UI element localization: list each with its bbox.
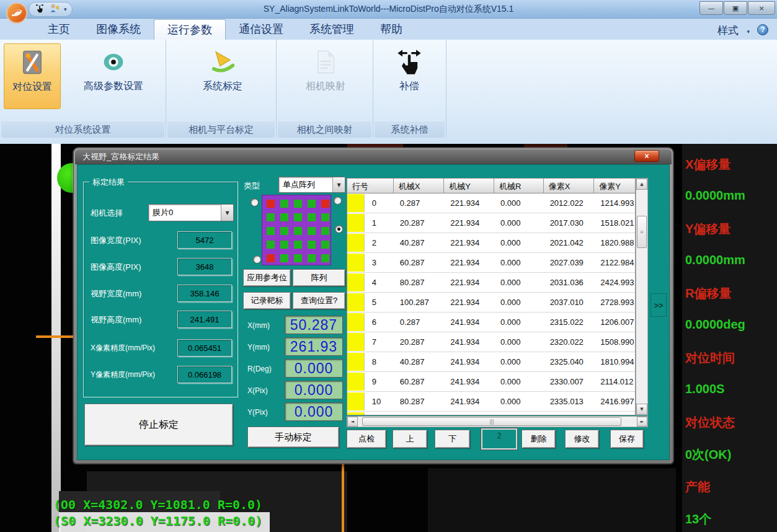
restore-button[interactable]: ▣: [724, 1, 747, 15]
table-row[interactable]: 00.287221.9340.0002012.0221214.993: [347, 193, 635, 213]
help-icon[interactable]: ?: [757, 24, 768, 35]
grid-dot-green: [294, 200, 302, 208]
coord-value-y-mm[interactable]: 261.93: [285, 337, 343, 356]
delete-button[interactable]: 删除: [522, 430, 556, 448]
ribbon: 对位系统设置 相机与平台标定 相机之间映射 系统补偿 对位设置 高级参数设置: [0, 40, 777, 144]
table-row[interactable]: 120.287221.9340.0002017.0301518.021: [347, 213, 635, 233]
table-row[interactable]: 240.287221.9340.0002021.0421820.988: [347, 233, 635, 253]
row-select-marker: [347, 313, 365, 331]
tab-run-parameters[interactable]: 运行参数: [154, 19, 226, 40]
up-button[interactable]: 上: [393, 430, 427, 448]
table-cell: 241.934: [444, 372, 494, 391]
radio-bottom-left[interactable]: [253, 255, 261, 264]
field-label: 图像宽度(PIX): [91, 235, 141, 246]
stop-calibration-button[interactable]: 停止标定: [84, 404, 233, 446]
dialog-close-button[interactable]: ×: [634, 150, 659, 162]
h-scroll-thumb[interactable]: |||: [362, 417, 621, 426]
tools-icon: [19, 49, 46, 76]
scroll-left-icon[interactable]: ◄: [347, 417, 358, 427]
close-button[interactable]: ×: [748, 1, 775, 15]
table-row[interactable]: 960.287241.9340.0002330.0072114.012: [347, 372, 635, 392]
table-header-cell[interactable]: 机械R: [494, 179, 544, 193]
app-logo-icon[interactable]: [5, 1, 29, 25]
tab-comm-settings[interactable]: 通信设置: [226, 19, 296, 40]
radio-top-left[interactable]: [251, 198, 259, 206]
overlay-coordinates-line1: (O0 X=4302.0 Y=1081.0 R=0.0): [53, 497, 262, 512]
scroll-up-icon[interactable]: ▲: [636, 179, 647, 190]
query-position-button[interactable]: 查询位置?: [293, 292, 345, 309]
radio-right-selected[interactable]: [335, 225, 343, 233]
ribbon-button-advanced-params[interactable]: 高级参数设置: [62, 43, 165, 109]
table-header-cell[interactable]: 机械Y: [444, 179, 494, 193]
coord-value-y-pix[interactable]: 0.000: [285, 402, 343, 421]
window-title: SY_AliagnSystemLinkToWorld---MicroDistPr…: [0, 4, 777, 15]
apply-reference-button[interactable]: 应用参考位: [243, 269, 291, 286]
scroll-right-icon[interactable]: ►: [637, 417, 647, 427]
check-button[interactable]: 点检: [347, 430, 386, 448]
tab-image-system[interactable]: 图像系统: [83, 19, 154, 40]
dark-patch: [428, 468, 676, 532]
camera-select-dropdown[interactable]: 膜片0 ▼: [148, 204, 234, 221]
table-cell: 0.000: [494, 193, 544, 213]
coord-value-r-deg[interactable]: 0.000: [285, 359, 343, 378]
coord-value-x-pix[interactable]: 0.000: [285, 381, 343, 399]
array-button[interactable]: 阵列: [293, 269, 345, 286]
down-button[interactable]: 下: [435, 430, 470, 448]
ribbon-button-compensation[interactable]: 补偿: [377, 43, 442, 109]
table-cell: 221.934: [444, 293, 494, 312]
type-value: 单点阵列: [279, 179, 332, 190]
minimize-button[interactable]: —: [699, 1, 723, 15]
expand-button[interactable]: >>: [650, 293, 667, 317]
table-cell: 0.000: [494, 313, 544, 332]
table-cell: 100.287: [394, 412, 445, 415]
table-header-cell[interactable]: 机械X: [394, 179, 445, 193]
table-row[interactable]: 840.287241.9340.0002325.0401810.994: [347, 352, 635, 372]
table-header-cell[interactable]: 像素X: [544, 179, 595, 193]
ribbon-button-align-settings[interactable]: 对位设置: [4, 43, 61, 109]
h-scrollbar[interactable]: ◄ ||| ►: [347, 416, 648, 427]
hand-pan-icon[interactable]: [34, 3, 45, 16]
tab-home[interactable]: 主页: [35, 19, 83, 40]
record-target-button[interactable]: 记录靶标: [243, 292, 291, 309]
dialog-title[interactable]: 大视野_宫格标定结果: [75, 149, 672, 164]
counter-input[interactable]: 2: [481, 428, 517, 450]
table-header-cell[interactable]: 像素Y: [594, 179, 635, 193]
radio-top-right[interactable]: [334, 197, 342, 205]
table-row[interactable]: 5100.287221.9340.0002037.0102728.993: [347, 293, 635, 313]
grid-dot-green: [294, 213, 302, 221]
coord-value-x-mm[interactable]: 50.287: [285, 316, 343, 334]
type-dropdown[interactable]: 单点阵列 ▼: [278, 177, 345, 193]
manual-calibration-button[interactable]: 手动标定: [247, 427, 339, 448]
dropdown-arrow-icon[interactable]: ▼: [221, 205, 233, 221]
table-row[interactable]: 11100.287241.9340.0002341.0132721.013: [347, 412, 635, 415]
modify-button[interactable]: 修改: [565, 430, 599, 448]
orange-line-horizontal: [36, 335, 74, 338]
v-scrollbar[interactable]: ▲ ≡ ▼: [636, 178, 648, 415]
scroll-down-icon[interactable]: ▼: [636, 404, 647, 415]
table-cell: 241.934: [444, 332, 494, 352]
row-select-marker: [347, 333, 365, 351]
grid-dot-green: [321, 254, 329, 262]
table-row[interactable]: 1080.287241.9340.0002335.0132416.997: [347, 392, 635, 412]
tab-system-management[interactable]: 系统管理: [296, 19, 367, 40]
table-row[interactable]: 480.287221.9340.0002031.0362424.993: [347, 273, 635, 293]
application-window: SY_AliagnSystemLinkToWorld---MicroDistPr…: [0, 0, 777, 532]
table-cell: 1820.988: [594, 233, 635, 252]
style-menu-button[interactable]: 样式: [717, 24, 739, 38]
table-row[interactable]: 60.287241.9340.0002315.0221206.007: [347, 313, 635, 332]
qat-dropdown-icon[interactable]: ▾: [64, 6, 67, 12]
dropdown-arrow-icon[interactable]: ▼: [332, 177, 345, 192]
quick-access-toolbar: ▾: [29, 2, 73, 17]
table-row[interactable]: 720.287241.9340.0002320.0221508.990: [347, 332, 635, 352]
table-cell: 0.000: [494, 412, 544, 415]
style-caret-icon[interactable]: ▾: [747, 29, 750, 35]
row-select-marker: [347, 194, 365, 212]
save-button[interactable]: 保存: [610, 430, 644, 448]
ribbon-button-system-calibration[interactable]: 系统标定: [176, 43, 269, 109]
v-scroll-thumb[interactable]: ≡: [637, 216, 647, 248]
user-announce-icon[interactable]: [49, 3, 60, 16]
tab-help[interactable]: 帮助: [367, 19, 415, 40]
table-row[interactable]: 360.287221.9340.0002027.0392122.984: [347, 253, 635, 273]
table-header-cell[interactable]: 行号: [347, 179, 394, 193]
ribbon-group-label: 相机与平台标定: [167, 122, 275, 138]
